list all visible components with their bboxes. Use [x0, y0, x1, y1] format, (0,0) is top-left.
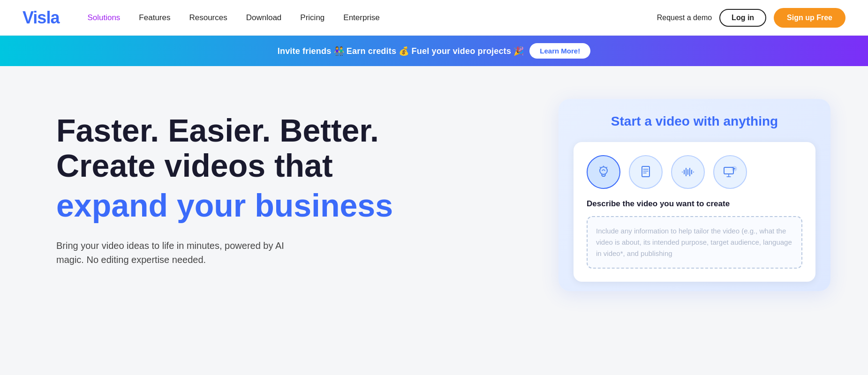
- svg-line-3: [600, 167, 601, 168]
- learn-more-button[interactable]: Learn More!: [529, 43, 590, 59]
- hero-section: Faster. Easier. Better. Create videos th…: [0, 66, 868, 347]
- nav-links: Solutions Features Resources Download Pr…: [87, 13, 657, 22]
- card-textarea[interactable]: Include any information to help tailor t…: [587, 216, 802, 269]
- hero-subtext: Bring your video ideas to life in minute…: [56, 239, 300, 267]
- logo[interactable]: Visla: [23, 8, 59, 28]
- navbar: Visla Solutions Features Resources Downl…: [0, 0, 868, 36]
- nav-solutions[interactable]: Solutions: [87, 13, 120, 22]
- video-card-inner: Describe the video you want to create In…: [574, 142, 815, 282]
- video-card-title: Start a video with anything: [574, 114, 815, 129]
- audio-icon-circle[interactable]: [671, 155, 705, 189]
- hero-headline-blue: expand your business: [56, 187, 530, 224]
- screen-icon-circle[interactable]: [713, 155, 747, 189]
- document-icon-circle[interactable]: [629, 155, 663, 189]
- svg-rect-5: [642, 166, 649, 177]
- nav-pricing[interactable]: Pricing: [300, 13, 325, 22]
- nav-features[interactable]: Features: [139, 13, 170, 22]
- request-demo-button[interactable]: Request a demo: [657, 14, 712, 22]
- hero-left: Faster. Easier. Better. Create videos th…: [56, 104, 530, 267]
- icon-row: [587, 155, 802, 189]
- card-label: Describe the video you want to create: [587, 199, 802, 209]
- video-card-section: Start a video with anything: [559, 99, 830, 291]
- promo-banner: Invite friends 👫 Earn credits 💰 Fuel you…: [0, 36, 868, 66]
- svg-line-4: [606, 167, 607, 168]
- nav-enterprise[interactable]: Enterprise: [343, 13, 379, 22]
- banner-text: Invite friends 👫 Earn credits 💰 Fuel you…: [278, 46, 524, 56]
- login-button[interactable]: Log in: [719, 9, 766, 27]
- idea-icon-circle[interactable]: [587, 155, 620, 189]
- navbar-actions: Request a demo Log in Sign up Free: [657, 8, 845, 28]
- signup-button[interactable]: Sign up Free: [774, 8, 845, 28]
- nav-resources[interactable]: Resources: [189, 13, 227, 22]
- video-card-wrapper: Start a video with anything: [559, 99, 830, 291]
- nav-download[interactable]: Download: [246, 13, 282, 22]
- hero-headline-1: Faster. Easier. Better. Create videos th…: [56, 113, 530, 183]
